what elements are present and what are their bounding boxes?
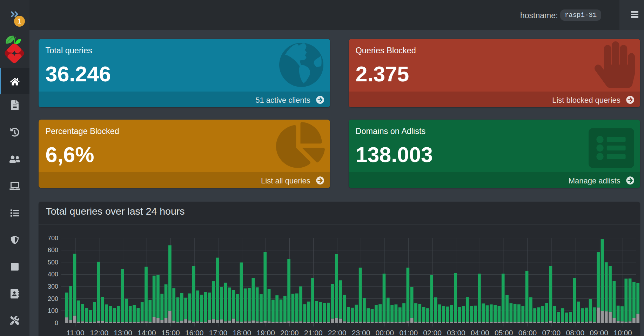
svg-text:200: 200 bbox=[48, 295, 58, 302]
svg-text:0: 0 bbox=[55, 320, 58, 327]
svg-text:23:00: 23:00 bbox=[352, 329, 370, 336]
svg-text:17:00: 17:00 bbox=[209, 329, 228, 336]
svg-text:22:00: 22:00 bbox=[328, 329, 347, 336]
svg-text:21:00: 21:00 bbox=[304, 329, 323, 336]
svg-text:01:00: 01:00 bbox=[400, 329, 418, 336]
svg-text:14:00: 14:00 bbox=[137, 329, 156, 336]
svg-text:20:00: 20:00 bbox=[280, 329, 299, 336]
svg-text:600: 600 bbox=[48, 247, 58, 254]
svg-text:00:00: 00:00 bbox=[376, 329, 394, 336]
svg-text:16:00: 16:00 bbox=[185, 329, 204, 336]
svg-text:03:00: 03:00 bbox=[447, 329, 465, 336]
svg-text:400: 400 bbox=[48, 271, 58, 278]
svg-text:09:00: 09:00 bbox=[590, 329, 608, 336]
svg-text:12:00: 12:00 bbox=[90, 329, 109, 336]
svg-text:07:00: 07:00 bbox=[542, 329, 561, 336]
svg-text:10:00: 10:00 bbox=[613, 329, 632, 336]
svg-text:08:00: 08:00 bbox=[566, 329, 585, 336]
svg-text:700: 700 bbox=[48, 235, 58, 242]
svg-text:05:00: 05:00 bbox=[495, 329, 513, 336]
svg-text:15:00: 15:00 bbox=[161, 329, 180, 336]
svg-text:04:00: 04:00 bbox=[471, 329, 489, 336]
svg-text:300: 300 bbox=[48, 283, 58, 290]
svg-text:13:00: 13:00 bbox=[114, 329, 132, 336]
svg-text:100: 100 bbox=[48, 307, 58, 314]
svg-text:06:00: 06:00 bbox=[518, 329, 537, 336]
svg-text:19:00: 19:00 bbox=[256, 329, 275, 336]
svg-text:500: 500 bbox=[48, 259, 58, 266]
svg-text:18:00: 18:00 bbox=[233, 329, 251, 336]
svg-text:02:00: 02:00 bbox=[423, 329, 442, 336]
svg-text:11:00: 11:00 bbox=[66, 329, 84, 336]
